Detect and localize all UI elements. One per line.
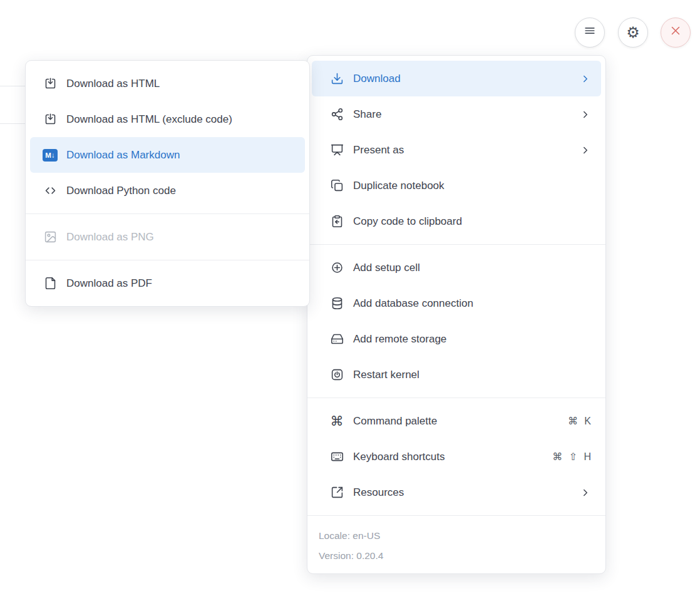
gear-icon: ⚙ [626, 24, 640, 41]
menu-item-command-palette[interactable]: ⌘ Command palette ⌘ K [312, 403, 601, 439]
power-square-icon [329, 368, 344, 381]
menu-item-label: Add remote storage [353, 333, 591, 346]
menu-item-label: Duplicate notebook [353, 180, 591, 192]
menu-button[interactable] [575, 18, 605, 48]
close-button[interactable] [661, 18, 691, 48]
menu-item-add-setup-cell[interactable]: Add setup cell [312, 250, 601, 285]
shortcut-hint: ⌘ K [568, 415, 591, 427]
file-icon [43, 277, 58, 290]
menu-item-download-as-pdf[interactable]: Download as PDF [30, 265, 305, 301]
download-icon [329, 72, 344, 85]
chevron-right-icon [580, 487, 591, 498]
close-x-icon [669, 24, 682, 41]
external-link-icon [329, 486, 344, 499]
menu-item-label: Download as Markdown [66, 149, 295, 162]
menu-item-share[interactable]: Share [312, 96, 601, 132]
menu-separator [26, 213, 309, 214]
menu-item-copy-code[interactable]: Copy code to clipboard [312, 203, 601, 239]
menu-item-label: Download as HTML (exclude code) [66, 113, 295, 126]
presentation-icon [329, 143, 344, 157]
menu-item-download[interactable]: Download [312, 61, 601, 96]
code-icon [43, 184, 58, 197]
menu-item-add-database-connection[interactable]: Add database connection [312, 285, 601, 321]
shortcut-hint: ⌘ ⇧ H [552, 451, 591, 463]
circle-plus-icon [329, 261, 344, 274]
chevron-right-icon [580, 145, 591, 156]
menu-item-label: Resources [353, 486, 580, 499]
menu-item-add-remote-storage[interactable]: Add remote storage [312, 321, 601, 357]
notebook-page: ⚙ Download Share [0, 0, 700, 616]
menu-item-label: Copy code to clipboard [353, 215, 591, 228]
menu-item-download-as-png: Download as PNG [30, 219, 305, 255]
menu-item-download-as-markdown[interactable]: M↓ Download as Markdown [30, 137, 305, 173]
menu-separator [307, 398, 605, 398]
download-submenu: Download as HTML Download as HTML (exclu… [25, 60, 310, 307]
duplicate-icon [329, 179, 344, 192]
menu-item-label: Add setup cell [353, 262, 591, 274]
menu-separator [26, 260, 309, 260]
locale-text: Locale: en-US [319, 526, 594, 546]
menu-item-label: Download [353, 73, 580, 85]
download-box-icon [43, 113, 58, 126]
clipboard-copy-icon [329, 215, 344, 228]
menu-item-download-as-html-exclude-code[interactable]: Download as HTML (exclude code) [30, 101, 305, 137]
menu-item-label: Keyboard shortcuts [353, 451, 552, 463]
hamburger-icon [583, 24, 597, 41]
menu-item-duplicate-notebook[interactable]: Duplicate notebook [312, 168, 601, 203]
menu-item-label: Present as [353, 144, 580, 157]
menu-footer: Locale: en-US Version: 0.20.4 [307, 521, 605, 568]
menu-item-keyboard-shortcuts[interactable]: Keyboard shortcuts ⌘ ⇧ H [312, 439, 601, 475]
menu-item-download-python-code[interactable]: Download Python code [30, 173, 305, 208]
chevron-right-icon [580, 109, 591, 120]
menu-item-label: Download Python code [66, 185, 295, 197]
version-text: Version: 0.20.4 [319, 546, 594, 566]
menu-item-resources[interactable]: Resources [312, 475, 601, 510]
chevron-right-icon [580, 73, 591, 85]
menu-item-label: Download as PDF [66, 277, 295, 290]
menu-separator [307, 515, 605, 516]
markdown-icon: M↓ [43, 149, 58, 162]
menu-item-label: Add database connection [353, 297, 591, 310]
download-box-icon [43, 77, 58, 90]
menu-item-label: Download as HTML [66, 78, 295, 90]
notebook-actions-menu: Download Share Present as [307, 55, 606, 574]
menu-item-label: Share [353, 108, 580, 121]
database-icon [329, 297, 344, 310]
menu-item-label: Download as PNG [66, 231, 295, 244]
menu-item-label: Restart kernel [353, 369, 591, 381]
command-icon: ⌘ [329, 414, 344, 428]
menu-separator [307, 244, 605, 245]
share-icon [329, 108, 344, 121]
settings-button[interactable]: ⚙ [618, 18, 648, 48]
menu-item-label: Command palette [353, 415, 568, 428]
menu-item-present-as[interactable]: Present as [312, 132, 601, 168]
hard-drive-icon [329, 332, 344, 346]
menu-item-download-as-html[interactable]: Download as HTML [30, 66, 305, 101]
keyboard-icon [329, 450, 344, 463]
image-icon [43, 230, 58, 244]
menu-item-restart-kernel[interactable]: Restart kernel [312, 357, 601, 393]
